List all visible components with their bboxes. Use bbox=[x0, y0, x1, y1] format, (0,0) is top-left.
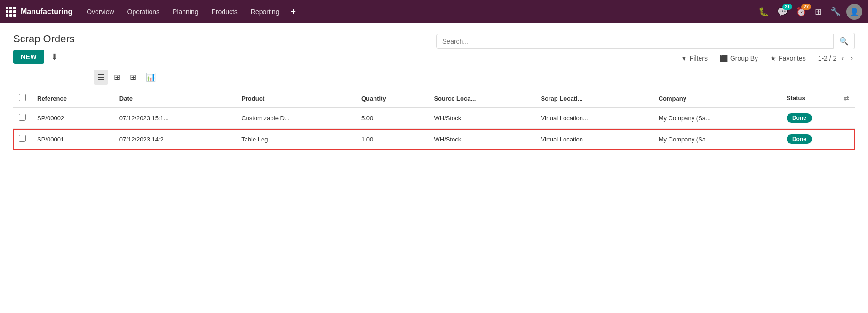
filters-button[interactable]: ▼ Filters bbox=[676, 52, 712, 64]
cell-quantity: 1.00 bbox=[356, 129, 428, 150]
col-product: Product bbox=[236, 89, 356, 108]
new-button[interactable]: NEW bbox=[13, 50, 44, 64]
page-header: Scrap Orders NEW ⬇ 🔍 ▼ Filters bbox=[13, 33, 855, 85]
favorites-button[interactable]: ★ Favorites bbox=[765, 52, 811, 64]
row-checkbox-cell bbox=[13, 129, 32, 150]
next-page-button[interactable]: › bbox=[849, 53, 855, 63]
groupby-button[interactable]: ⬛ Group By bbox=[715, 52, 763, 64]
row-checkbox[interactable] bbox=[19, 135, 26, 142]
filters-label: Filters bbox=[690, 55, 708, 62]
cell-source-location: WH/Stock bbox=[428, 129, 535, 150]
chart-view-button[interactable]: 📊 bbox=[142, 70, 159, 85]
select-all-cell bbox=[13, 89, 32, 108]
search-button[interactable]: 🔍 bbox=[834, 33, 855, 49]
select-all-checkbox[interactable] bbox=[19, 94, 26, 101]
page-title-area: Scrap Orders NEW ⬇ bbox=[13, 33, 75, 64]
pivot-view-button[interactable]: ⊞ bbox=[126, 70, 140, 85]
topnav-menu: Overview Operations Planning Products Re… bbox=[80, 0, 756, 23]
col-status: Status ⇄ bbox=[781, 89, 855, 108]
kanban-view-button[interactable]: ⊞ bbox=[110, 70, 124, 85]
main-content: Scrap Orders NEW ⬇ 🔍 ▼ Filters bbox=[0, 23, 868, 159]
topnav: Manufacturing Overview Operations Planni… bbox=[0, 0, 868, 23]
filter-icon: ▼ bbox=[681, 55, 687, 62]
bug-icon[interactable]: 🐛 bbox=[756, 5, 772, 19]
clock-icon[interactable]: ⏰ 27 bbox=[793, 5, 809, 19]
groupby-label: Group By bbox=[730, 55, 758, 62]
download-button[interactable]: ⬇ bbox=[48, 50, 61, 64]
view-buttons: ☰ ⊞ ⊞ 📊 bbox=[94, 70, 159, 85]
col-company: Company bbox=[653, 89, 781, 108]
favorites-label: Favorites bbox=[779, 55, 806, 62]
cell-status: Done bbox=[781, 108, 855, 129]
brand-logo[interactable]: Manufacturing bbox=[6, 7, 72, 17]
col-date: Date bbox=[114, 89, 236, 108]
nav-operations[interactable]: Operations bbox=[121, 0, 166, 23]
table-body: SP/00002 07/12/2023 15:1... Customizable… bbox=[13, 108, 855, 150]
row-checkbox[interactable] bbox=[19, 114, 26, 121]
clock-badge: 27 bbox=[801, 4, 811, 10]
nav-add-button[interactable]: + bbox=[286, 7, 301, 17]
cell-scrap-location: Virtual Location... bbox=[535, 129, 653, 150]
cell-scrap-location: Virtual Location... bbox=[535, 108, 653, 129]
search-wrapper bbox=[436, 34, 834, 49]
nav-reporting[interactable]: Reporting bbox=[244, 0, 286, 23]
cell-company: My Company (Sa... bbox=[653, 129, 781, 150]
cell-product: Table Leg bbox=[236, 129, 356, 150]
cell-date: 07/12/2023 15:1... bbox=[114, 108, 236, 129]
pagination-info: 1-2 / 2 bbox=[818, 55, 837, 62]
status-badge: Done bbox=[787, 134, 812, 144]
scrap-orders-table: Reference Date Product Quantity Source L… bbox=[13, 89, 855, 150]
col-scrap-location: Scrap Locati... bbox=[535, 89, 653, 108]
chat-badge: 21 bbox=[782, 4, 792, 10]
table-row[interactable]: SP/00001 07/12/2023 14:2... Table Leg 1.… bbox=[13, 129, 855, 150]
cell-source-location: WH/Stock bbox=[428, 108, 535, 129]
groupby-icon: ⬛ bbox=[720, 55, 728, 62]
search-area: 🔍 bbox=[436, 33, 855, 49]
grid-icon bbox=[6, 7, 16, 17]
user-avatar[interactable]: 👤 bbox=[846, 4, 862, 20]
col-reference: Reference bbox=[32, 89, 114, 108]
cell-company: My Company (Sa... bbox=[653, 108, 781, 129]
col-quantity: Quantity bbox=[356, 89, 428, 108]
list-view-button[interactable]: ☰ bbox=[94, 70, 108, 85]
topnav-right: 🐛 💬 21 ⏰ 27 ⊞ 🔧 👤 bbox=[756, 4, 862, 20]
brand-name: Manufacturing bbox=[21, 8, 72, 16]
cell-product: Customizable D... bbox=[236, 108, 356, 129]
grid-view-icon[interactable]: ⊞ bbox=[812, 5, 825, 19]
star-icon: ★ bbox=[770, 55, 776, 62]
table-row[interactable]: SP/00002 07/12/2023 15:1... Customizable… bbox=[13, 108, 855, 129]
cell-quantity: 5.00 bbox=[356, 108, 428, 129]
prev-page-button[interactable]: ‹ bbox=[839, 53, 845, 63]
filter-row: ▼ Filters ⬛ Group By ★ Favorites 1-2 / 2… bbox=[94, 52, 855, 64]
chat-icon[interactable]: 💬 21 bbox=[774, 5, 790, 19]
status-badge: Done bbox=[787, 113, 812, 123]
table-area: Reference Date Product Quantity Source L… bbox=[13, 89, 855, 150]
cell-reference: SP/00002 bbox=[32, 108, 114, 129]
table-header: Reference Date Product Quantity Source L… bbox=[13, 89, 855, 108]
row-checkbox-cell bbox=[13, 108, 32, 129]
search-input[interactable] bbox=[436, 34, 834, 49]
nav-products[interactable]: Products bbox=[205, 0, 244, 23]
nav-overview[interactable]: Overview bbox=[80, 0, 120, 23]
cell-reference: SP/00001 bbox=[32, 129, 114, 150]
col-source-location: Source Loca... bbox=[428, 89, 535, 108]
cell-status: Done bbox=[781, 129, 855, 150]
nav-planning[interactable]: Planning bbox=[166, 0, 205, 23]
page-title: Scrap Orders bbox=[13, 33, 75, 45]
settings-icon[interactable]: 🔧 bbox=[828, 5, 844, 19]
cell-date: 07/12/2023 14:2... bbox=[114, 129, 236, 150]
action-row: NEW ⬇ bbox=[13, 50, 75, 64]
adjust-columns-icon[interactable]: ⇄ bbox=[844, 94, 849, 102]
